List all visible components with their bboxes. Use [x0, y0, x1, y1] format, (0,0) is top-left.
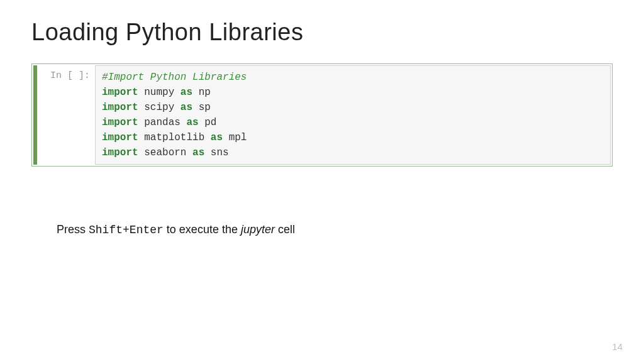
slide: Loading Python Libraries In [ ]: #Import… — [0, 0, 644, 362]
instruction-text: Press Shift+Enter to execute the jupyter… — [31, 223, 613, 236]
code-comment-line: #Import Python Libraries — [102, 70, 604, 85]
jupyter-em: jupyter — [241, 223, 275, 236]
code-block: In [ ]: #Import Python Libraries import … — [31, 63, 613, 167]
code-line: import numpy as np — [102, 85, 604, 100]
comment-text: #Import Python Libraries — [102, 72, 247, 83]
code-line: import scipy as sp — [102, 100, 604, 115]
keyboard-shortcut: Shift+Enter — [89, 224, 164, 236]
cell-prompt: In [ ]: — [37, 65, 95, 86]
page-number: 14 — [612, 341, 623, 352]
jupyter-cell: In [ ]: #Import Python Libraries import … — [33, 65, 611, 165]
code-line: import pandas as pd — [102, 115, 604, 130]
page-title: Loading Python Libraries — [31, 19, 613, 46]
code-line: import seaborn as sns — [102, 145, 604, 160]
code-input-area[interactable]: #Import Python Libraries import numpy as… — [95, 65, 611, 165]
code-line: import matplotlib as mpl — [102, 130, 604, 145]
